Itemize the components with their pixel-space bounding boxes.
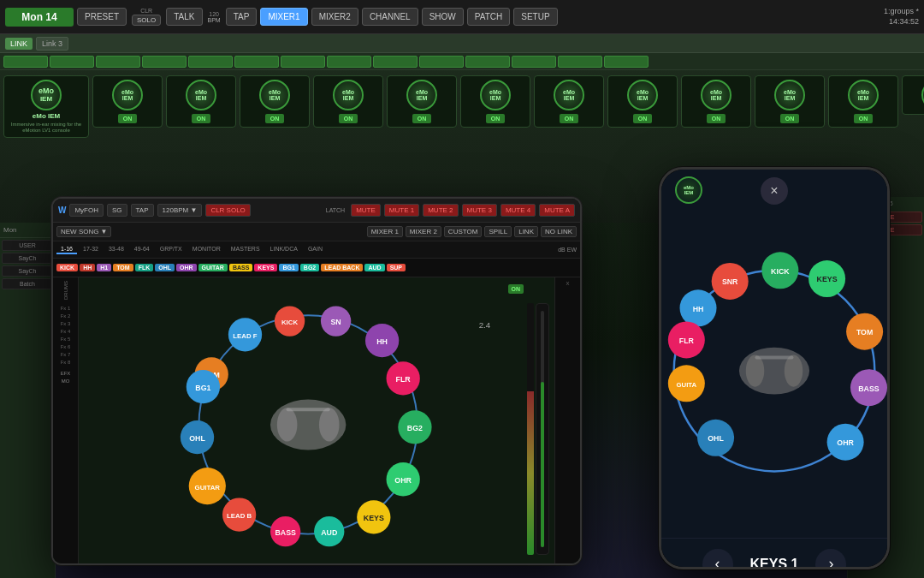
emo-iem-1[interactable]: eMoIEM ON [92,75,163,128]
tab-monitor[interactable]: MONITOR [188,245,225,254]
mute-btn-2[interactable]: MUTE 1 [384,204,419,217]
link-label: LINK [5,38,33,50]
ch-ohr[interactable]: OHR [176,264,197,271]
svg-text:OHL: OHL [189,434,205,443]
on-btn-9[interactable]: ON [707,114,726,123]
on-btn-1[interactable]: ON [118,114,138,123]
custom-dropdown[interactable]: CUSTOM [444,226,483,237]
mixer2-dropdown[interactable]: MIXER 2 [406,226,441,237]
on-btn-10[interactable]: ON [780,114,800,123]
mute-btn-4b[interactable]: MUTE 4 [500,204,536,217]
svg-text:FLR: FLR [679,337,695,345]
link-dropdown-tablet[interactable]: LINK [514,226,538,237]
saych-btn-1[interactable]: SayCh [2,253,53,264]
prev-channel-button[interactable]: ‹ [702,549,733,568]
emo-iem-2[interactable]: eMoIEM ON [166,75,236,128]
ch-sup[interactable]: SUP [387,264,406,271]
mixer1-dropdown[interactable]: MIXER 1 [367,226,403,237]
ch-keys[interactable]: KEYS [254,264,277,271]
ch-bg2[interactable]: BG2 [300,264,319,271]
emo-iem-12[interactable]: eMoIEM [902,75,924,115]
top-navigation-bar: Mon 14 PRESET CLR SOLO TALK 120 BPM TAP … [0,0,924,34]
ch-flk[interactable]: FLK [135,264,154,271]
channel-button[interactable]: CHANNEL [362,8,418,26]
phone-close-button[interactable]: × [761,177,788,205]
mixer1-button[interactable]: MIXER1 [260,8,307,26]
user-btn[interactable]: USER [2,240,53,251]
date-display: Mon 14 [5,8,74,27]
emo-iem-7[interactable]: eMoIEM ON [534,75,604,128]
fader-control[interactable] [536,303,549,555]
link3-dropdown[interactable]: Link 3 [36,37,68,51]
svg-point-2 [277,408,298,441]
emo-iem-6[interactable]: eMoIEM ON [460,75,530,128]
tab-link-dca[interactable]: LINK/DCA [266,245,302,254]
patch-button[interactable]: PATCH [467,8,510,26]
emo-iem-5[interactable]: eMoIEM ON [387,75,457,128]
mute-btn-a[interactable]: MUTE A [539,204,575,217]
on-btn-6[interactable]: ON [486,114,506,123]
next-channel-button[interactable]: › [815,549,846,568]
clr-solo-button[interactable]: SOLO [132,15,161,26]
svg-text:2.4: 2.4 [479,320,491,330]
mute-btn-4[interactable]: MUTE 3 [462,204,497,217]
mute-btn-3[interactable]: MUTE 2 [423,204,458,217]
batch-btn[interactable]: Batch [2,278,53,289]
tab-17-32[interactable]: 17-32 [79,245,103,254]
svg-text:KICK: KICK [771,267,790,276]
tab-grp-tx[interactable]: GRP/TX [156,245,187,254]
emo-iem-10[interactable]: eMoIEM ON [755,75,825,128]
ch-bass[interactable]: BASS [229,264,252,271]
ch-hh-short[interactable]: HH [80,264,95,271]
ch-kick[interactable]: KICK [56,264,78,271]
ch-lead-back[interactable]: LEAD BACK [321,264,363,271]
tablet-topbar: W MyFOH SG TAP 120BPM ▼ CLR SOLO LATCH M… [53,199,580,223]
on-btn-5[interactable]: ON [412,114,432,123]
tab-33-48[interactable]: 33-48 [104,245,128,254]
ch-bg1[interactable]: BG1 [279,264,298,271]
show-button[interactable]: SHOW [422,8,464,26]
emo-icon-4: eMoIEM [333,80,364,110]
on-btn-2[interactable]: ON [192,114,211,123]
ch-aud[interactable]: AUD [364,264,384,271]
spill-dropdown[interactable]: SPILL [484,226,512,237]
emo-iem-11[interactable]: eMoIEM ON [828,75,898,128]
tab-1-16[interactable]: 1-16 [56,245,77,254]
server-info: 1:groups * 14:34:52 [884,7,919,27]
emo-iem-3[interactable]: eMoIEM ON [240,75,310,128]
ch-tom[interactable]: TOM [113,264,133,271]
preset-button[interactable]: PRESET [77,8,127,26]
on-btn-4[interactable]: ON [339,114,358,123]
talk-button[interactable]: TALK [166,8,202,26]
tap-button[interactable]: TAP [226,8,258,26]
saych-btn-2[interactable]: SayCh [2,265,53,277]
mixer2-button[interactable]: MIXER2 [311,8,358,26]
no-link-dropdown[interactable]: NO LINK [541,226,577,237]
ch-hi[interactable]: H1 [97,264,111,271]
session-dropdown[interactable]: NEW SONG▼ [56,226,111,237]
setup-button[interactable]: SETUP [513,8,557,26]
on-btn-7[interactable]: ON [560,114,579,123]
ch-ohl[interactable]: OHL [155,264,175,271]
circle-visualization: LEAD F KICK SN HH TOM FLR [79,277,554,563]
emo-iem-4[interactable]: eMoIEM ON [313,75,383,128]
ch-guitar[interactable]: GUITAR [198,264,228,271]
tab-49-64[interactable]: 49-64 [130,245,154,254]
current-channel-label: KEYS 1 [750,557,799,568]
on-btn-3[interactable]: ON [265,114,285,123]
svg-text:TOM: TOM [856,328,873,337]
sg-button[interactable]: SG [107,204,127,217]
tablet-tab-row: 1-16 17-32 33-48 49-64 GRP/TX MONITOR MA… [53,241,580,259]
emo-iem-9[interactable]: eMoIEM ON [681,75,751,128]
on-btn-11[interactable]: ON [854,114,874,123]
svg-point-39 [785,355,803,387]
emo-iem-8[interactable]: eMoIEM ON [607,75,678,128]
on-btn-8[interactable]: ON [633,114,653,123]
tab-gain[interactable]: GAIN [304,245,327,254]
tablet-tap-button[interactable]: TAP [131,204,154,217]
clr-solo-tablet[interactable]: CLR SOLO [205,204,250,217]
tab-masters[interactable]: MASTERS [227,245,264,254]
emo-iem-featured[interactable]: eMo IEM eMo IEM Immersive in-ear mixing … [3,75,89,138]
mute-btn-1[interactable]: MUTE [351,204,381,217]
svg-text:OHL: OHL [708,434,724,443]
